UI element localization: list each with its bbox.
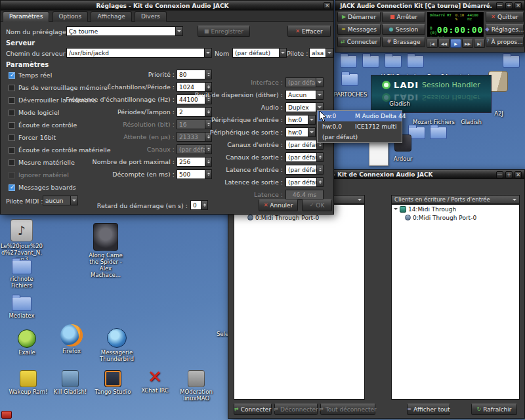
checkbox-mode-logiciel[interactable]: Mode logiciel: [9, 108, 59, 117]
start-delay-spinner[interactable]: 0: [190, 200, 208, 210]
desktop-icon-mediatex[interactable]: Mediatex: [1, 297, 42, 319]
folder-icon[interactable]: [362, 55, 379, 68]
jack-main-titlebar[interactable]: JACK Audio Connection Kit [Ça tourne] Dé…: [335, 1, 524, 10]
spinner-arrows-icon[interactable]: [316, 178, 323, 186]
cancel-button[interactable]: ✕Annuler: [259, 200, 298, 211]
checkbox-icon[interactable]: [9, 172, 15, 178]
desktop-icon-wakeup-ram[interactable]: Wakeup Ram!: [5, 370, 51, 395]
transport-forward-button[interactable]: ▶▶: [462, 39, 473, 48]
desktop-icon-mp3[interactable]: ♪ Le%20jour%20d%27avant_N.mp3: [0, 219, 43, 262]
checkbox-messages-bavards[interactable]: Messages bavards: [9, 183, 76, 192]
chevron-down-icon[interactable]: [316, 91, 323, 99]
checkbox-icon[interactable]: [9, 97, 15, 104]
chevron-down-icon[interactable]: [175, 27, 182, 35]
ok-button[interactable]: ✓OK: [302, 200, 332, 211]
client-row[interactable]: 14:Midi Through: [392, 205, 519, 213]
desktop-label-gladish-1[interactable]: Gladish: [385, 100, 415, 107]
tab-affichage[interactable]: Affichage: [91, 11, 131, 22]
checkbox-icon[interactable]: [9, 159, 15, 166]
connect-ports-button[interactable]: ⇄Connecter: [234, 404, 272, 415]
patchbay-button[interactable]: #Brassage: [382, 37, 425, 47]
about-button[interactable]: ?À propos...: [486, 37, 524, 47]
expander-icon[interactable]: [394, 208, 398, 212]
input-ports-tree[interactable]: 14:Midi Through 0:Midi Through Port-0: [391, 204, 520, 400]
checkbox-icon[interactable]: [9, 122, 15, 129]
refresh-button[interactable]: ↻Rafraîchir: [471, 404, 517, 415]
save-preset-button[interactable]: ■Enregistrer: [198, 26, 250, 37]
desktop-icon-image-file[interactable]: Along Came the Spider - Alex Machace...: [84, 223, 127, 278]
driver-combo[interactable]: alsa: [309, 48, 333, 58]
desktop-icon-xchat[interactable]: ✕ XChat IRC: [134, 368, 176, 394]
tab-options[interactable]: Options: [52, 11, 89, 22]
outchannels-spinner[interactable]: (par défaut): [285, 152, 324, 162]
transport-end-button[interactable]: ▶|: [474, 39, 485, 48]
spinner-arrows-icon[interactable]: [316, 153, 323, 161]
device-menu-item-default[interactable]: (par défaut): [318, 132, 402, 142]
maximize-button[interactable]: +: [505, 2, 513, 9]
delete-preset-button[interactable]: ✕Effacer: [287, 26, 331, 37]
minimize-button[interactable]: —: [496, 2, 503, 9]
tab-divers[interactable]: Divers: [135, 11, 167, 22]
port-row[interactable]: 0:Midi Through Port-0: [392, 213, 519, 222]
folder-icon[interactable]: [407, 55, 424, 68]
checkbox-icon[interactable]: [9, 184, 15, 191]
interface-combo[interactable]: (par défaut): [285, 77, 324, 87]
desktop-icon-moderation[interactable]: MOderation linuxMAO: [172, 370, 220, 402]
maximize-button[interactable]: +: [505, 171, 513, 178]
minimize-button[interactable]: —: [496, 171, 503, 178]
stop-button[interactable]: ■Arrêter: [382, 12, 425, 22]
checkbox-temps-reel[interactable]: Temps réel: [9, 71, 52, 79]
chevron-down-icon[interactable]: [308, 116, 315, 124]
disconnect-ports-button[interactable]: ⇄Déconnecter: [274, 404, 318, 415]
desktop-icon-tango-studio[interactable]: Tango Studio: [91, 370, 135, 395]
disconnect-all-button[interactable]: ⇄Tout déconnecter: [320, 404, 375, 415]
quit-button[interactable]: ✕Quitter: [486, 12, 524, 22]
desktop-icon-richnote[interactable]: richnote Fichiers: [1, 260, 42, 289]
folder-icon[interactable]: [340, 55, 357, 68]
chevron-down-icon[interactable]: [204, 49, 211, 57]
desktop-icon-exaile[interactable]: Exaile: [8, 329, 46, 356]
indevice-combo[interactable]: hw:0: [285, 115, 316, 125]
chevron-down-icon[interactable]: [308, 128, 315, 136]
desktop-label-partoches[interactable]: PARTOCHES: [331, 91, 370, 98]
session-button[interactable]: ●Session: [382, 24, 425, 35]
connect-button[interactable]: ⇄Connecter: [337, 37, 381, 47]
settings-button[interactable]: ◆Réglages...: [486, 24, 524, 35]
priority-spinner[interactable]: 80: [177, 70, 212, 79]
output-ports-tree[interactable]: 14:Midi Through 0:Midi Through Port-0: [234, 204, 365, 400]
server-path-combo[interactable]: /usr/bin/jackd: [66, 48, 212, 58]
folder-icon[interactable]: [341, 74, 358, 86]
tab-parametres[interactable]: Paramètres: [3, 11, 49, 22]
midi-driver-combo[interactable]: aucun: [43, 196, 78, 205]
red-status-icon[interactable]: [1, 411, 12, 419]
spinner-arrows-icon[interactable]: [205, 70, 211, 79]
desktop-icon-thunderbird[interactable]: Messagerie Thunderbird: [92, 328, 142, 362]
checkbox-icon[interactable]: [9, 135, 15, 141]
folder-icon[interactable]: [430, 127, 447, 139]
desktop-icon-firefox[interactable]: Firefox: [51, 324, 92, 354]
inlatency-spinner[interactable]: (par défaut): [285, 165, 324, 175]
chevron-down-icon[interactable]: [70, 196, 77, 205]
checkbox-icon[interactable]: [9, 72, 15, 79]
device-menu-item-hw0[interactable]: hw:0 M Audio Delta 44: [318, 111, 402, 121]
preset-name-combo[interactable]: Ça tourne: [66, 26, 183, 36]
spinner-arrows-icon[interactable]: [201, 201, 207, 209]
checkbox-icon[interactable]: [9, 147, 15, 154]
dither-combo[interactable]: Aucun: [285, 90, 324, 100]
device-menu-item-hw00[interactable]: hw:0,0 ICE1712 multi: [318, 121, 402, 132]
desktop-label-gladish-2[interactable]: Gladish: [457, 119, 485, 125]
transport-play-button[interactable]: ▶: [450, 39, 461, 48]
folder-icon[interactable]: [503, 55, 520, 68]
desktop-icon-kill-gladish[interactable]: Kill Gladish!: [49, 370, 92, 395]
checkbox-ignorer-materiel[interactable]: Ignorer matériel: [9, 171, 69, 179]
checkbox-icon[interactable]: [9, 110, 15, 116]
checkbox-forcer-16bit[interactable]: Forcer 16bit: [9, 133, 56, 142]
settings-titlebar[interactable]: Réglages - Kit de Connexion Audio JACK ✕: [1, 1, 333, 10]
chevron-down-icon[interactable]: [326, 49, 333, 57]
close-button[interactable]: ✕: [514, 171, 522, 178]
desktop-label-ardour[interactable]: Ardour: [388, 156, 417, 162]
transport-rewind-button[interactable]: |◀: [427, 39, 438, 48]
checkbox-icon[interactable]: [9, 85, 15, 91]
server-name-combo[interactable]: (par défaut): [232, 48, 287, 58]
expand-all-button[interactable]: ≡Afficher tout: [407, 404, 450, 415]
